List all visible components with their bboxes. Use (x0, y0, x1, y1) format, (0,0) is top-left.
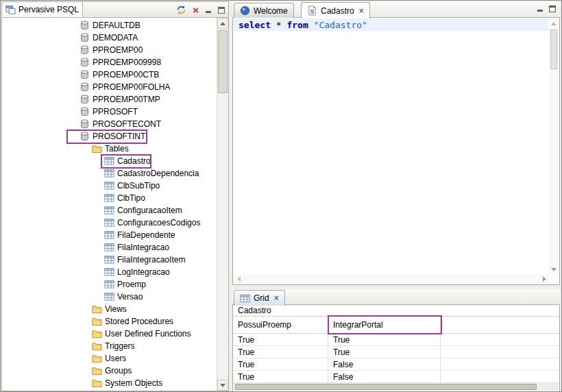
tree-item-pproemp009998[interactable]: PPROEMP009998 (2, 56, 217, 69)
database-icon (80, 82, 90, 92)
tree-item-views[interactable]: Views (2, 303, 217, 315)
sql-editor[interactable]: select * from "Cadastro" (232, 18, 560, 285)
column-header-possuiproemp[interactable]: PossuiProemp (233, 317, 328, 333)
tree-item-pproemp00folha[interactable]: PPROEMP00FOLHA (2, 81, 217, 93)
tree-item-user-defined-functions[interactable]: User Defined Functions (2, 328, 217, 340)
tree-item-prosoftint[interactable]: PROSOFTINT (2, 130, 217, 143)
database-icon (80, 95, 90, 104)
database-icon (80, 107, 90, 117)
database-tree[interactable]: DEFAULTDB DEMODATA PPROEMP00 PPROEMP0099… (1, 18, 229, 391)
database-icon (80, 45, 90, 55)
scroll-up-icon[interactable] (217, 18, 228, 29)
tree-item-filadependente[interactable]: FilaDependente (2, 229, 217, 241)
tree-item-clbsubtipo[interactable]: ClbSubTipo (2, 180, 217, 192)
maximize-icon[interactable] (218, 7, 225, 14)
tab-grid[interactable]: Grid × (234, 290, 285, 306)
tree-item-label: PPROEMP00 (93, 44, 143, 56)
tree-item-label: ClbSubTipo (117, 180, 160, 192)
tree-item-label: PPROEMP009998 (93, 56, 161, 69)
column-header-integrarportal[interactable]: IntegrarPortal (328, 317, 441, 333)
scrollbar-thumb[interactable] (550, 29, 557, 69)
grid-cell[interactable]: True (328, 334, 441, 345)
tree-item-logintegracao[interactable]: LogIntegracao (2, 266, 217, 278)
tree-item-cadastrodependencia[interactable]: CadastroDependencia (2, 167, 217, 180)
tree-item-filaintegracao[interactable]: FilaIntegracao (2, 241, 217, 254)
minimize-icon[interactable] (205, 7, 212, 14)
tree-item-cadastro[interactable]: Cadastro (2, 155, 217, 167)
grid-body: Cadastro PossuiProemp IntegrarPortal Tru… (232, 305, 560, 392)
tree-item-pproemp00tmp[interactable]: PPROEMP00TMP (2, 93, 217, 106)
tree-item-label: Views (105, 303, 127, 315)
tree-scrollbar[interactable] (217, 18, 228, 391)
tree-item-pproemp00ctb[interactable]: PPROEMP00CTB (2, 69, 217, 81)
tree-item-label: System Objects (105, 377, 162, 389)
tree-item-configuracaoitem[interactable]: ConfiguracaoItem (2, 204, 217, 217)
grid-header-row: PossuiProemp IntegrarPortal (233, 317, 559, 334)
grid-cell[interactable]: False (328, 358, 441, 370)
close-icon[interactable]: × (274, 295, 279, 302)
scrollbar-thumb[interactable] (235, 384, 537, 390)
tree-item-label: ConfiguracoesCodigos (117, 217, 200, 229)
grid-cell[interactable]: False (328, 371, 441, 382)
minimize-icon[interactable] (537, 5, 543, 12)
tree-item-label: Cadastro (117, 155, 151, 167)
grid-horizontal-scrollbar[interactable] (234, 383, 559, 391)
editor-horizontal-scrollbar[interactable] (234, 274, 549, 284)
tree-item-label: PROSOFTINT (93, 130, 145, 143)
tree-item-label: LogIntegracao (117, 266, 170, 278)
editor-area: Welcome Cadastro × select * from "Cadast… (232, 1, 560, 285)
tree-item-demodata[interactable]: DEMODATA (2, 32, 217, 44)
editor-vertical-scrollbar[interactable] (549, 19, 559, 274)
grid-row: True False (233, 358, 559, 371)
tree-item-filaintegracaoitem[interactable]: FilaIntegracaoItem (2, 254, 217, 266)
scroll-down-icon[interactable] (217, 380, 228, 391)
scroll-up-icon[interactable] (549, 19, 559, 28)
tree-item-tables[interactable]: Tables (2, 143, 217, 155)
table-icon (104, 193, 114, 203)
scroll-down-icon[interactable] (549, 265, 559, 274)
tree-item-label: PPROEMP00FOLHA (93, 81, 170, 93)
pervasive-psql-title-tab[interactable]: Pervasive PSQL (2, 2, 83, 17)
tree-item-label: PPROSOFT (93, 106, 138, 118)
sql-file-icon (307, 5, 317, 16)
tree-item-triggers[interactable]: Triggers (2, 340, 217, 352)
tree-item-proemp[interactable]: Proemp (2, 278, 217, 291)
tree-item-defaultdb[interactable]: DEFAULTDB (2, 19, 217, 32)
refresh-icon[interactable] (176, 5, 186, 15)
database-icon (80, 33, 90, 42)
tree-item-pproemp00[interactable]: PPROEMP00 (2, 44, 217, 56)
tree-item-clbtipo[interactable]: ClbTipo (2, 192, 217, 204)
table-icon (104, 206, 114, 215)
grid-cell[interactable]: True (233, 358, 328, 370)
grid-cell[interactable]: True (233, 371, 328, 382)
tree-item-system-objects[interactable]: System Objects (2, 377, 217, 389)
grid-tabbar: Grid × (232, 289, 560, 305)
sql-operator: * (271, 20, 286, 30)
delete-icon[interactable]: × (193, 5, 199, 15)
tab-cadastro[interactable]: Cadastro × (301, 2, 370, 19)
grid-cell[interactable]: True (233, 346, 328, 358)
tree-item-label: CadastroDependencia (117, 167, 199, 180)
tree-item-configuracoescodigos[interactable]: ConfiguracoesCodigos (2, 217, 217, 229)
close-icon[interactable]: × (359, 8, 364, 14)
grid-cell[interactable]: True (233, 334, 328, 345)
tree-item-label: User Defined Functions (105, 328, 191, 340)
tree-item-users[interactable]: Users (2, 352, 217, 365)
tree-item-label: FilaDependente (117, 229, 175, 241)
maximize-icon[interactable] (549, 5, 556, 12)
grid-cell[interactable]: True (328, 346, 441, 358)
folder-icon (92, 354, 102, 363)
tree-item-pprosoft[interactable]: PPROSOFT (2, 106, 217, 118)
grid-row: True True (233, 334, 559, 346)
scrollbar-thumb[interactable] (218, 30, 228, 93)
tree-item-groups[interactable]: Groups (2, 365, 217, 377)
tree-item-versao[interactable]: Versao (2, 291, 217, 303)
scroll-right-icon[interactable] (539, 274, 549, 284)
tree-item-stored-procedures[interactable]: Stored Procedures (2, 315, 217, 328)
table-icon (104, 292, 114, 302)
tree-item-label: Users (105, 352, 126, 365)
tab-welcome[interactable]: Welcome (234, 3, 294, 18)
scroll-left-icon[interactable] (234, 274, 243, 284)
tree-item-label: FilaIntegracao (117, 241, 169, 254)
tree-item-prosoftecont[interactable]: PROSOFTECONT (2, 118, 217, 130)
